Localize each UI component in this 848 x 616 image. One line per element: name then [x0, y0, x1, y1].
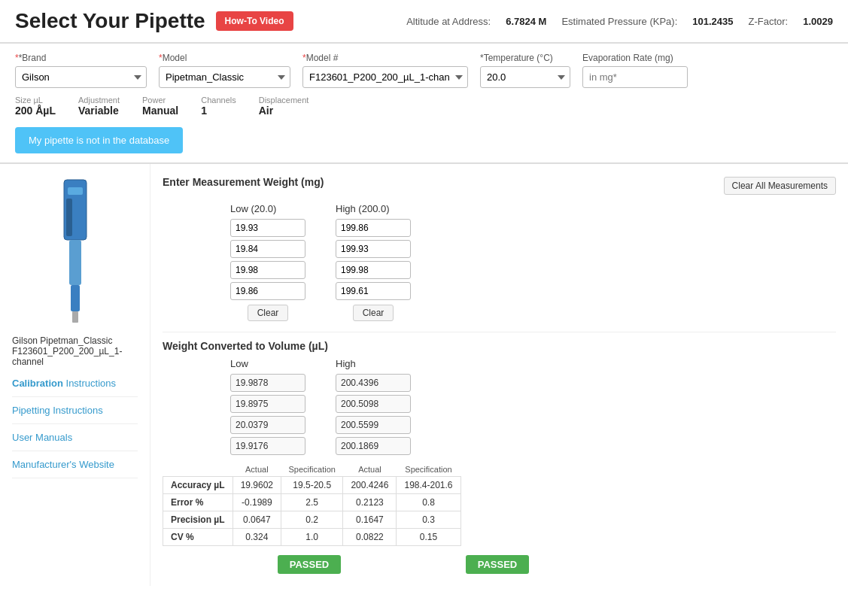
- stats-row-low-spec-2: 0.2: [281, 511, 343, 529]
- low-vol-0: 19.9878: [230, 374, 305, 392]
- low-input-0[interactable]: [230, 219, 305, 237]
- low-input-3[interactable]: [230, 282, 305, 300]
- sidebar-link-calibration[interactable]: Calibration Instructions: [12, 378, 138, 397]
- svg-rect-4: [71, 285, 80, 311]
- pipette-selection-form: **Brand Gilson *Model Pipetman_Classic *…: [0, 44, 848, 164]
- adjustment-value: Variable: [78, 105, 120, 117]
- power-value: Manual: [142, 105, 178, 117]
- model-label: *Model: [159, 53, 290, 63]
- size-label: Size µL: [15, 96, 56, 105]
- low-actual-header: Actual: [233, 463, 281, 477]
- high-clear-button[interactable]: Clear: [353, 305, 394, 321]
- stats-row-low-spec-3: 1.0: [281, 529, 343, 546]
- sidebar-link-manufacturer[interactable]: Manufacturer's Website: [12, 459, 138, 478]
- svg-rect-3: [69, 240, 81, 285]
- volume-section: Weight Converted to Volume (µL) Low 19.9…: [163, 332, 836, 455]
- displacement-spec: Displacement Air: [259, 96, 309, 117]
- high-actual-header: Actual: [343, 463, 397, 477]
- high-vol-2: 200.5599: [336, 416, 411, 434]
- brand-field-group: **Brand Gilson: [15, 53, 147, 88]
- adjustment-spec: Adjustment Variable: [78, 96, 120, 117]
- low-pass-button[interactable]: PASSED: [278, 555, 342, 574]
- volume-columns: Low 19.9878 19.8975 20.0379 19.9176 High…: [163, 358, 836, 455]
- brand-label: **Brand: [15, 53, 147, 63]
- specs-row: Size µL 200 ÅµL Adjustment Variable Powe…: [15, 96, 833, 117]
- high-input-0[interactable]: [336, 219, 411, 237]
- high-input-1[interactable]: [336, 240, 411, 258]
- altitude-value: 6.7824 M: [506, 16, 546, 27]
- stats-row-high-actual-3: 0.0822: [343, 529, 397, 546]
- measurement-columns: Low (20.0) Clear High (200.0): [163, 203, 836, 321]
- stats-row-0: Accuracy µL 19.9602 19.5-20.5 200.4246 1…: [163, 477, 461, 494]
- high-volume-column: High 200.4396 200.5098 200.5599 200.1869: [336, 358, 411, 455]
- channels-label: Channels: [201, 96, 236, 105]
- low-vol-1: 19.8975: [230, 395, 305, 413]
- stats-row-name-2: Precision µL: [163, 511, 233, 529]
- high-vol-3: 200.1869: [336, 437, 411, 455]
- pipette-image: [38, 176, 113, 326]
- page-title: Select Your Pipette: [15, 9, 205, 33]
- stats-row-high-spec-0: 198.4-201.6: [397, 477, 460, 494]
- high-vol-1: 200.5098: [336, 395, 411, 413]
- low-input-2[interactable]: [230, 261, 305, 279]
- high-vol-0: 200.4396: [336, 374, 411, 392]
- low-spec-header: Specification: [281, 463, 343, 477]
- low-volume-column: Low 19.9878 19.8975 20.0379 19.9176: [230, 358, 305, 455]
- size-value: 200 ÅµL: [15, 105, 56, 117]
- high-pass-cell: PASSED: [418, 551, 576, 574]
- header: Select Your Pipette How-To Video Altitud…: [0, 0, 848, 44]
- modelnum-select[interactable]: F123601_P200_200_µL_1-channel: [302, 66, 468, 88]
- sidebar-link-manuals[interactable]: User Manuals: [12, 432, 138, 451]
- stats-row-high-actual-0: 200.4246: [343, 477, 397, 494]
- sidebar-link-pipetting[interactable]: Pipetting Instructions: [12, 405, 138, 424]
- low-vol-values: 19.9878 19.8975 20.0379 19.9176: [230, 374, 305, 455]
- model-select[interactable]: Pipetman_Classic: [159, 66, 290, 88]
- svg-rect-2: [66, 199, 72, 236]
- model-field-group: *Model Pipetman_Classic: [159, 53, 290, 88]
- stats-row-high-spec-3: 0.15: [397, 529, 460, 546]
- evap-label: Evaporation Rate (mg): [582, 53, 688, 63]
- pressure-value: 101.2435: [692, 16, 733, 27]
- low-col-title: Low (20.0): [230, 203, 305, 214]
- high-pass-button[interactable]: PASSED: [466, 555, 530, 574]
- not-in-db-button[interactable]: My pipette is not in the database: [15, 127, 183, 153]
- stats-row-1: Error % -0.1989 2.5 0.2123 0.8: [163, 494, 461, 511]
- high-measurement-column: High (200.0) Clear: [336, 203, 411, 321]
- stats-row-name-0: Accuracy µL: [163, 477, 233, 494]
- altitude-label: Altitude at Address:: [406, 16, 491, 27]
- header-stats: Altitude at Address: 6.7824 M Estimated …: [406, 16, 833, 27]
- channels-value: 1: [201, 105, 236, 117]
- adjustment-label: Adjustment: [78, 96, 120, 105]
- low-vol-title: Low: [230, 358, 305, 369]
- high-input-list: [336, 219, 411, 300]
- evap-input[interactable]: [582, 66, 688, 88]
- low-measurement-column: Low (20.0) Clear: [230, 203, 305, 321]
- low-input-1[interactable]: [230, 240, 305, 258]
- low-pass-cell: PASSED: [230, 551, 388, 574]
- how-to-button[interactable]: How-To Video: [216, 11, 293, 31]
- high-input-2[interactable]: [336, 261, 411, 279]
- high-vol-values: 200.4396 200.5098 200.5599 200.1869: [336, 374, 411, 455]
- stats-row-high-spec-1: 0.8: [397, 494, 460, 511]
- fields-row: **Brand Gilson *Model Pipetman_Classic *…: [15, 53, 833, 88]
- temp-label: *Temperature (°C): [480, 53, 570, 63]
- stats-row-high-actual-1: 0.2123: [343, 494, 397, 511]
- high-spec-header: Specification: [397, 463, 460, 477]
- stats-row-high-spec-2: 0.3: [397, 511, 460, 529]
- stats-row-low-actual-3: 0.324: [233, 529, 281, 546]
- pass-row: PASSED PASSED: [230, 551, 836, 574]
- svg-rect-1: [68, 187, 83, 195]
- temp-select[interactable]: 20.0: [480, 66, 570, 88]
- low-clear-button[interactable]: Clear: [248, 305, 289, 321]
- svg-rect-5: [72, 311, 78, 323]
- main-content: Gilson Pipetman_Classic F123601_P200_200…: [0, 164, 848, 586]
- evap-field-group: Evaporation Rate (mg): [582, 53, 688, 88]
- calibration-link-bold: Calibration: [12, 378, 63, 389]
- stats-row-high-actual-2: 0.1647: [343, 511, 397, 529]
- channels-spec: Channels 1: [201, 96, 236, 117]
- high-input-3[interactable]: [336, 282, 411, 300]
- pressure-label: Estimated Pressure (KPa):: [561, 16, 677, 27]
- low-input-list: [230, 219, 305, 300]
- clear-all-button[interactable]: Clear All Measurements: [724, 177, 836, 195]
- brand-select[interactable]: Gilson: [15, 66, 147, 88]
